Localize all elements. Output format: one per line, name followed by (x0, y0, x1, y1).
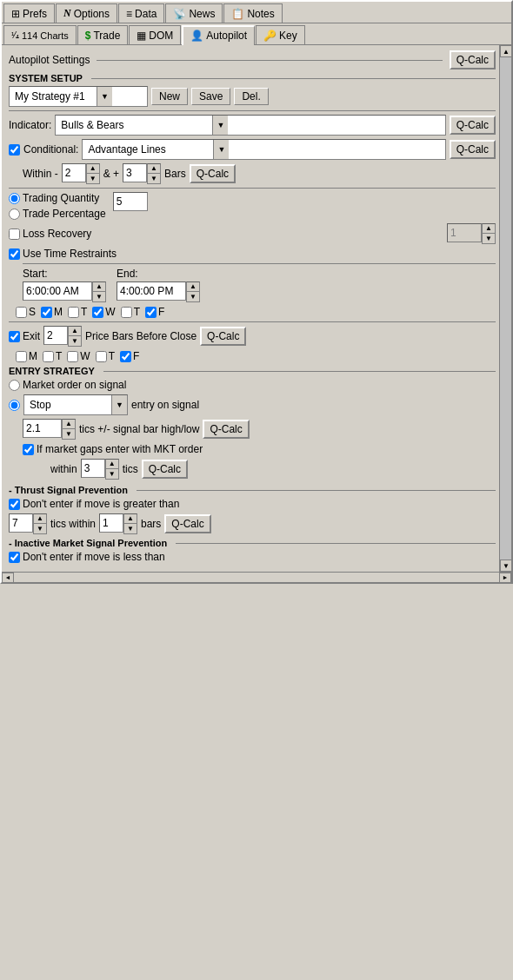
day-M-checkbox[interactable] (41, 307, 52, 318)
start-time-up[interactable]: ▲ (93, 282, 105, 292)
scroll-right-button[interactable]: ► (499, 573, 511, 583)
scroll-track[interactable] (500, 57, 511, 560)
tab-notes[interactable]: 📋 Notes (223, 3, 282, 23)
day-F[interactable]: F (145, 306, 164, 318)
day-M[interactable]: M (41, 306, 63, 318)
thrust-val1-input[interactable] (9, 513, 33, 533)
tab-prefs[interactable]: ⊞ Prefs (3, 3, 55, 23)
exit-day-F-checkbox[interactable] (120, 351, 131, 362)
stop-dropdown-arrow[interactable]: ▼ (111, 395, 127, 414)
loss-recovery-down[interactable]: ▼ (483, 234, 495, 243)
end-time-spinbox[interactable]: ▲ ▼ (117, 281, 200, 302)
day-T1-checkbox[interactable] (68, 307, 79, 318)
indicator-select[interactable]: Bulls & Bears ▼ (55, 115, 445, 136)
within-val2-down[interactable]: ▼ (148, 174, 160, 183)
conditional-qcalc-button[interactable]: Q-Calc (450, 140, 496, 159)
header-qcalc-button[interactable]: Q-Calc (450, 50, 496, 70)
strategy-select[interactable]: My Strategy #1 ▼ (9, 86, 148, 107)
exit-checkbox[interactable] (9, 331, 20, 342)
thrust-val1-down[interactable]: ▼ (34, 524, 46, 533)
exit-down[interactable]: ▼ (69, 336, 81, 346)
within-qcalc-button[interactable]: Q-Calc (190, 164, 236, 183)
day-T2[interactable]: T (121, 306, 140, 318)
conditional-select[interactable]: Advantage Lines ▼ (82, 139, 445, 160)
within-tics-qcalc-button[interactable]: Q-Calc (142, 460, 188, 479)
day-T2-checkbox[interactable] (121, 307, 132, 318)
indicator-dropdown-arrow[interactable]: ▼ (212, 116, 228, 135)
trade-pct-radio-label[interactable]: Trade Percentage (9, 208, 106, 220)
within-val1-up[interactable]: ▲ (87, 164, 99, 174)
start-time-input[interactable] (23, 281, 92, 301)
tics-spinbox[interactable]: ▲ ▼ (23, 419, 76, 440)
scroll-left-button[interactable]: ◄ (2, 573, 14, 583)
thrust-checkbox-label[interactable]: Don't enter if move is greater than (9, 498, 179, 510)
tab-data[interactable]: ≡ Data (118, 3, 164, 23)
within-val2-spinbox[interactable]: ▲ ▼ (123, 163, 161, 184)
thrust-checkbox[interactable] (9, 499, 20, 510)
tab-trade[interactable]: $ Trade (77, 25, 129, 44)
market-gaps-checkbox[interactable] (23, 444, 34, 455)
day-F-checkbox[interactable] (145, 307, 157, 318)
thrust-val1-up[interactable]: ▲ (34, 514, 46, 524)
del-button[interactable]: Del. (234, 88, 268, 105)
within-tics-input[interactable] (81, 459, 105, 478)
tab-dom[interactable]: ▦ DOM (129, 25, 181, 44)
tics-qcalc-button[interactable]: Q-Calc (203, 420, 249, 439)
loss-recovery-up[interactable]: ▲ (483, 224, 495, 234)
thrust-val1-spinbox[interactable]: ▲ ▼ (9, 513, 47, 534)
time-restraints-checkbox-label[interactable]: Use Time Restraints (9, 248, 117, 260)
stop-radio[interactable] (9, 400, 20, 411)
save-button[interactable]: Save (191, 88, 230, 105)
thrust-val2-down[interactable]: ▼ (124, 524, 137, 533)
stop-select[interactable]: Stop ▼ (23, 394, 128, 415)
end-time-down[interactable]: ▼ (187, 292, 199, 301)
thrust-qcalc-button[interactable]: Q-Calc (164, 514, 210, 533)
exit-day-W[interactable]: W (67, 350, 90, 362)
loss-recovery-checkbox-label[interactable]: Loss Recovery (9, 228, 91, 240)
tab-news[interactable]: 📡 News (165, 3, 223, 23)
conditional-checkbox[interactable] (9, 144, 20, 156)
tab-key[interactable]: 🔑 Key (256, 25, 305, 44)
exit-input[interactable] (43, 326, 68, 345)
scrollbar[interactable]: ▲ ▼ (499, 45, 511, 572)
within-tics-spinbox[interactable]: ▲ ▼ (81, 459, 119, 480)
tics-input[interactable] (23, 419, 62, 438)
trade-pct-radio[interactable] (9, 209, 20, 220)
scroll-down-button[interactable]: ▼ (500, 560, 512, 572)
exit-spinbox[interactable]: ▲ ▼ (43, 326, 82, 347)
scroll-up-button[interactable]: ▲ (500, 45, 512, 57)
market-order-radio-label[interactable]: Market order on signal (9, 379, 126, 391)
day-T1[interactable]: T (68, 306, 87, 318)
exit-checkbox-label[interactable]: Exit (9, 330, 40, 342)
tics-down[interactable]: ▼ (63, 429, 75, 439)
exit-day-T2-checkbox[interactable] (96, 351, 107, 362)
tab-charts[interactable]: ¹⁄₄ 114 Charts (3, 25, 77, 44)
tab-options[interactable]: N Options (56, 3, 117, 23)
inactive-checkbox[interactable] (9, 552, 20, 563)
day-S-checkbox[interactable] (16, 307, 27, 318)
exit-day-F[interactable]: F (120, 350, 139, 362)
trading-qty-radio-label[interactable]: Trading Quantity (9, 192, 106, 204)
conditional-dropdown-arrow[interactable]: ▼ (213, 140, 229, 159)
within-tics-down[interactable]: ▼ (106, 469, 118, 479)
indicator-qcalc-button[interactable]: Q-Calc (450, 116, 496, 135)
tab-autopilot[interactable]: 👤 Autopilot (182, 25, 255, 45)
strategy-dropdown-arrow[interactable]: ▼ (97, 87, 112, 106)
exit-day-M-checkbox[interactable] (16, 351, 27, 362)
conditional-checkbox-label[interactable] (9, 144, 20, 156)
exit-day-W-checkbox[interactable] (67, 351, 78, 362)
start-time-spinbox[interactable]: ▲ ▼ (23, 281, 106, 302)
tics-up[interactable]: ▲ (63, 420, 75, 429)
qty-value-input[interactable] (113, 192, 148, 211)
time-restraints-checkbox[interactable] (9, 248, 20, 260)
exit-qcalc-button[interactable]: Q-Calc (200, 327, 246, 346)
end-time-input[interactable] (117, 281, 186, 301)
exit-up[interactable]: ▲ (69, 327, 81, 336)
thrust-val2-spinbox[interactable]: ▲ ▼ (99, 513, 137, 534)
day-S[interactable]: S (16, 306, 36, 318)
within-val1-input[interactable] (62, 163, 86, 182)
market-gaps-checkbox-label[interactable]: If market gaps enter with MKT order (23, 443, 203, 455)
end-time-up[interactable]: ▲ (187, 282, 199, 292)
trading-qty-radio[interactable] (9, 193, 20, 204)
day-W[interactable]: W (92, 306, 115, 318)
